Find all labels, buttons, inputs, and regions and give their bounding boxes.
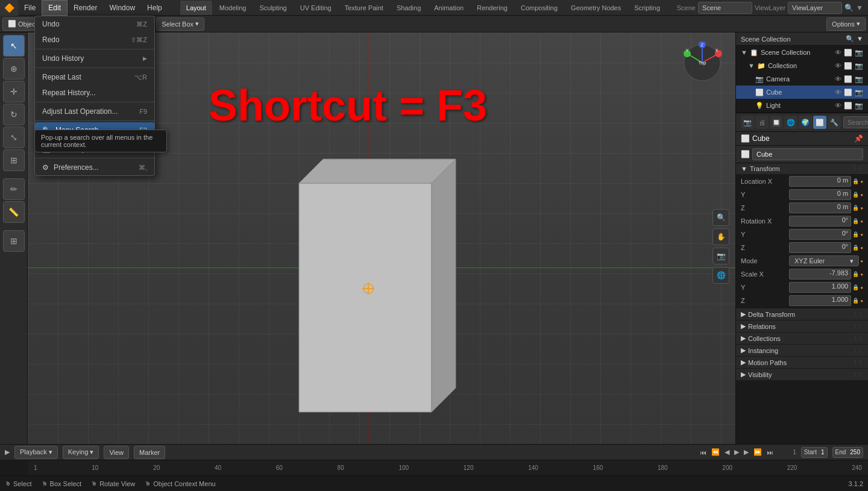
- render-icon-2[interactable]: 📷: [855, 62, 863, 70]
- eye-icon[interactable]: 👁: [835, 49, 841, 57]
- dot-sx[interactable]: ●: [860, 272, 863, 277]
- tab-shading[interactable]: Shading: [391, 1, 427, 15]
- select-box-btn[interactable]: Select Box ▾: [156, 17, 204, 31]
- motion-paths-section[interactable]: ▶ Motion Paths ⋮⋮: [736, 357, 868, 369]
- view-btn[interactable]: View: [104, 446, 129, 459]
- cursor-btn[interactable]: ⊕: [3, 58, 25, 80]
- relations-section[interactable]: ▶ Relations ⋮⋮: [736, 321, 868, 333]
- dot-rz[interactable]: ●: [860, 245, 863, 251]
- render-mode-btn[interactable]: 🌐: [712, 267, 729, 284]
- jump-end-icon[interactable]: ⏭: [767, 449, 773, 456]
- render-icon[interactable]: 📷: [855, 49, 863, 57]
- repeat-last-item[interactable]: Repeat Last ⌥R: [35, 69, 154, 85]
- hand-btn[interactable]: ✋: [712, 228, 729, 245]
- dot-rx[interactable]: ●: [860, 219, 863, 224]
- lock-y-icon[interactable]: 🔒: [852, 192, 859, 198]
- menu-edit[interactable]: Edit: [42, 0, 68, 16]
- add-btn[interactable]: ⊞: [3, 230, 25, 252]
- scale-z-field[interactable]: 1.000: [789, 295, 851, 306]
- location-y-field[interactable]: 0 m: [789, 189, 851, 200]
- start-val[interactable]: 1: [821, 449, 825, 455]
- outliner-scene-collection[interactable]: ▼ 📋 Scene Collection 👁 ⬜ 📷: [736, 46, 868, 59]
- lock-rx-icon[interactable]: 🔒: [852, 218, 859, 224]
- annotate-btn[interactable]: ✏: [3, 178, 25, 200]
- nav-gizmo[interactable]: X Y Z Top: [681, 42, 723, 84]
- lock-sz-icon[interactable]: 🔒: [852, 298, 859, 304]
- outliner-light[interactable]: 💡 Light 👁 ⬜ 📷: [736, 99, 868, 112]
- tab-geometry-nodes[interactable]: Geometry Nodes: [565, 1, 627, 15]
- rotation-mode-selector[interactable]: XYZ Euler ▾: [789, 255, 859, 266]
- restrict-icon-3[interactable]: ⬜: [844, 75, 852, 83]
- prev-key-icon[interactable]: ◀: [725, 448, 729, 456]
- props-tab-view[interactable]: 🔲: [770, 116, 783, 129]
- props-tab-scene[interactable]: 🌐: [784, 116, 797, 129]
- marker-btn[interactable]: Marker: [134, 446, 165, 459]
- pin-object-icon[interactable]: 📌: [854, 134, 863, 143]
- redo-item[interactable]: Redo ⇧⌘Z: [35, 32, 154, 48]
- tab-sculpting[interactable]: Sculpting: [253, 1, 292, 15]
- tab-uv-editing[interactable]: UV Editing: [294, 1, 338, 15]
- tab-scripting[interactable]: Scripting: [628, 1, 666, 15]
- tab-modeling[interactable]: Modeling: [213, 1, 253, 15]
- playback-mode-btn[interactable]: Playback ▾: [14, 446, 58, 459]
- playback-icon[interactable]: ▶: [5, 448, 10, 456]
- rotation-x-field[interactable]: 0°: [789, 216, 851, 227]
- outliner-camera[interactable]: 📷 Camera 👁 ⬜ 📷: [736, 72, 868, 86]
- tab-compositing[interactable]: Compositing: [515, 1, 564, 15]
- dot-mode[interactable]: ●: [860, 258, 863, 264]
- transform-section-header[interactable]: ▼ Transform ⋮⋮: [736, 163, 868, 175]
- eye-icon-2[interactable]: 👁: [835, 62, 841, 70]
- tab-texture-paint[interactable]: Texture Paint: [339, 1, 389, 15]
- object-name-input[interactable]: [752, 148, 863, 160]
- tab-animation[interactable]: Animation: [428, 1, 470, 15]
- adjust-last-item[interactable]: Adjust Last Operation... F9: [35, 104, 154, 119]
- outliner-cube[interactable]: ⬜ Cube 👁 ⬜ 📷: [736, 86, 868, 99]
- viewlayer-input[interactable]: [788, 2, 842, 14]
- keying-btn[interactable]: Keying ▾: [63, 446, 99, 459]
- eye-icon-4[interactable]: 👁: [835, 89, 841, 96]
- move-btn[interactable]: ✛: [3, 81, 25, 102]
- props-tab-world[interactable]: 🌍: [799, 116, 812, 129]
- next-key-icon[interactable]: ▶: [744, 448, 749, 456]
- props-tab-object[interactable]: ⬜: [813, 116, 826, 129]
- location-z-field[interactable]: 0 m: [789, 202, 851, 213]
- search-icon[interactable]: 🔍: [844, 4, 854, 12]
- dot-ry[interactable]: ●: [860, 232, 863, 237]
- outliner-collection[interactable]: ▼ 📁 Collection 👁 ⬜ 📷: [736, 59, 868, 72]
- menu-render[interactable]: Render: [68, 0, 103, 16]
- camera-btn[interactable]: 📷: [712, 248, 729, 264]
- undo-item[interactable]: Undo ⌘Z: [35, 16, 154, 32]
- lock-x-icon[interactable]: 🔒: [852, 178, 859, 184]
- undo-history-item[interactable]: Undo History: [35, 51, 154, 66]
- select-tool-btn[interactable]: ↖: [3, 35, 25, 57]
- restrict-icon-2[interactable]: ⬜: [844, 62, 852, 70]
- jump-start-icon[interactable]: ⏮: [700, 449, 706, 456]
- play-icon[interactable]: ▶: [734, 448, 739, 456]
- next-frame-icon[interactable]: ⏩: [753, 448, 762, 456]
- render-icon-3[interactable]: 📷: [855, 75, 863, 83]
- restrict-icon-5[interactable]: ⬜: [844, 102, 852, 110]
- visibility-section[interactable]: ▶ Visibility ⋮⋮: [736, 369, 868, 381]
- lock-sy-icon[interactable]: 🔒: [852, 284, 859, 290]
- end-val[interactable]: 250: [850, 449, 860, 455]
- start-frame-btn[interactable]: Start 1: [801, 447, 828, 458]
- end-frame-btn[interactable]: End 250: [832, 447, 863, 458]
- rotate-btn[interactable]: ↻: [3, 104, 25, 125]
- menu-help[interactable]: Help: [141, 0, 168, 16]
- options-btn[interactable]: Options ▾: [826, 17, 866, 31]
- scale-y-field[interactable]: 1.000: [789, 282, 851, 293]
- dot-sz[interactable]: ●: [860, 298, 863, 304]
- props-tab-render[interactable]: 📷: [741, 116, 754, 129]
- lock-sx-icon[interactable]: 🔒: [852, 271, 859, 277]
- eye-icon-3[interactable]: 👁: [835, 75, 841, 83]
- menu-window[interactable]: Window: [103, 0, 141, 16]
- lock-ry-icon[interactable]: 🔒: [852, 231, 859, 237]
- restrict-icon[interactable]: ⬜: [844, 49, 852, 57]
- prev-frame-icon[interactable]: ⏪: [711, 448, 720, 456]
- scale-x-field[interactable]: -7.983: [789, 269, 851, 280]
- tab-layout[interactable]: Layout: [180, 1, 212, 15]
- lock-z-icon[interactable]: 🔒: [852, 205, 859, 211]
- rotation-y-field[interactable]: 0°: [789, 229, 851, 240]
- properties-search[interactable]: [843, 116, 868, 128]
- menu-file[interactable]: File: [18, 0, 42, 16]
